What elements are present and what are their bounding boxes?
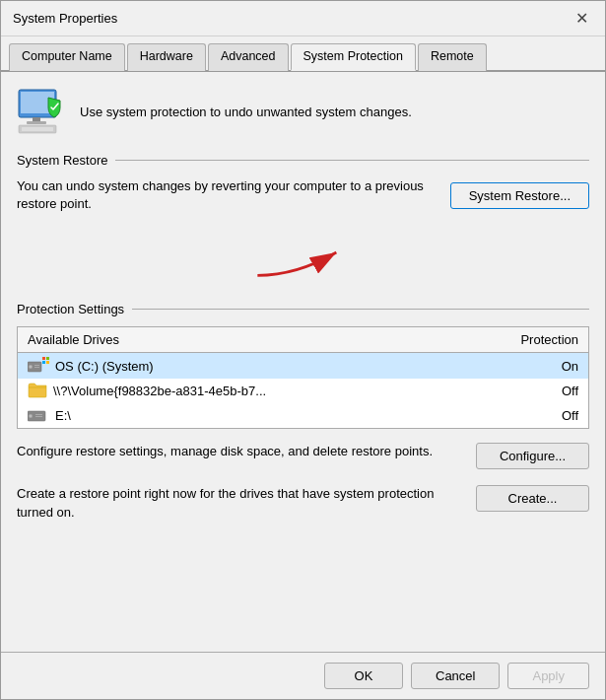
table-row[interactable]: E:\ Off bbox=[18, 402, 588, 428]
system-restore-header: System Restore bbox=[17, 153, 589, 168]
cancel-button[interactable]: Cancel bbox=[411, 663, 500, 689]
system-restore-title: System Restore bbox=[17, 153, 107, 168]
tab-computer-name[interactable]: Computer Name bbox=[9, 43, 125, 71]
section-divider-2 bbox=[132, 309, 589, 310]
dialog-footer: OK Cancel Apply bbox=[1, 652, 605, 699]
drive-name-c: OS (C:) (System) bbox=[28, 357, 554, 375]
drive-e-protection: Off bbox=[562, 408, 578, 423]
svg-rect-17 bbox=[35, 414, 42, 415]
col-protection: Protection bbox=[520, 332, 578, 347]
svg-rect-5 bbox=[22, 127, 53, 131]
tab-advanced[interactable]: Advanced bbox=[208, 43, 289, 71]
ok-button[interactable]: OK bbox=[324, 663, 403, 689]
arrow-icon bbox=[244, 233, 363, 292]
configure-section: Configure restore settings, manage disk … bbox=[17, 443, 589, 469]
hdd-system-icon bbox=[28, 357, 49, 375]
section-divider bbox=[115, 160, 589, 161]
create-section: Create a restore point right now for the… bbox=[17, 485, 589, 521]
system-restore-description: You can undo system changes by reverting… bbox=[17, 177, 438, 213]
drive-c-protection: On bbox=[562, 359, 578, 374]
tab-system-protection[interactable]: System Protection bbox=[291, 43, 416, 71]
system-protection-icon bbox=[17, 88, 68, 135]
svg-rect-11 bbox=[42, 357, 45, 360]
drive-e-name: E:\ bbox=[55, 408, 71, 423]
protection-settings-title: Protection Settings bbox=[17, 302, 124, 316]
svg-rect-13 bbox=[42, 361, 45, 364]
hdd-icon bbox=[28, 406, 49, 424]
tab-remote[interactable]: Remote bbox=[418, 43, 487, 71]
tab-hardware[interactable]: Hardware bbox=[127, 43, 206, 71]
drive-volume-protection: Off bbox=[562, 384, 578, 398]
dialog-title: System Properties bbox=[13, 11, 117, 26]
svg-point-8 bbox=[29, 365, 33, 369]
svg-point-16 bbox=[29, 414, 33, 418]
table-header: Available Drives Protection bbox=[18, 327, 588, 353]
title-bar: System Properties ✕ bbox=[1, 1, 605, 36]
drive-volume-name: \\?\Volume{f98832be-a831-4e5b-b7... bbox=[53, 384, 266, 398]
header-description: Use system protection to undo unwanted s… bbox=[80, 105, 412, 119]
configure-text: Configure restore settings, manage disk … bbox=[17, 443, 464, 460]
drive-name-e: E:\ bbox=[28, 406, 554, 424]
close-button[interactable]: ✕ bbox=[570, 7, 593, 31]
table-row[interactable]: OS (C:) (System) On bbox=[18, 353, 588, 379]
system-restore-body: You can undo system changes by reverting… bbox=[17, 177, 589, 213]
tab-content: Use system protection to undo unwanted s… bbox=[1, 72, 605, 652]
drives-table: Available Drives Protection bbox=[17, 326, 589, 429]
system-properties-dialog: System Properties ✕ Computer Name Hardwa… bbox=[0, 0, 606, 700]
col-available-drives: Available Drives bbox=[28, 332, 520, 347]
create-button[interactable]: Create... bbox=[476, 485, 589, 512]
svg-rect-3 bbox=[27, 121, 46, 124]
svg-rect-12 bbox=[46, 357, 49, 360]
svg-rect-18 bbox=[35, 416, 42, 417]
configure-button[interactable]: Configure... bbox=[476, 443, 589, 469]
svg-rect-9 bbox=[34, 365, 39, 366]
tab-bar: Computer Name Hardware Advanced System P… bbox=[1, 36, 605, 72]
svg-rect-14 bbox=[46, 361, 49, 364]
protection-settings-header: Protection Settings bbox=[17, 302, 589, 316]
create-text: Create a restore point right now for the… bbox=[17, 485, 464, 521]
folder-icon bbox=[28, 383, 47, 398]
table-row[interactable]: \\?\Volume{f98832be-a831-4e5b-b7... Off bbox=[18, 379, 588, 402]
svg-rect-10 bbox=[34, 367, 39, 368]
drive-c-name: OS (C:) (System) bbox=[55, 359, 154, 374]
system-restore-button[interactable]: System Restore... bbox=[450, 182, 589, 209]
apply-button[interactable]: Apply bbox=[507, 663, 589, 689]
arrow-container bbox=[17, 233, 589, 292]
drive-name-volume: \\?\Volume{f98832be-a831-4e5b-b7... bbox=[28, 383, 554, 398]
header-section: Use system protection to undo unwanted s… bbox=[17, 88, 589, 135]
